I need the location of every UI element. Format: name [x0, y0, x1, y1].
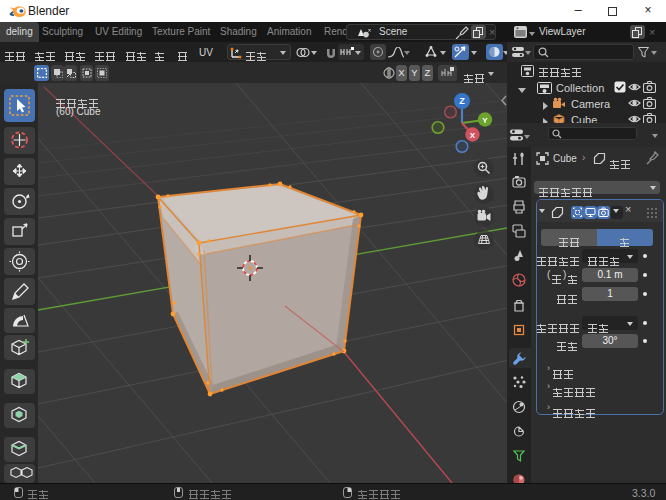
svg-text:X: X: [470, 131, 476, 140]
svg-text:Y: Y: [482, 116, 488, 125]
svg-text:Z: Z: [459, 96, 465, 106]
